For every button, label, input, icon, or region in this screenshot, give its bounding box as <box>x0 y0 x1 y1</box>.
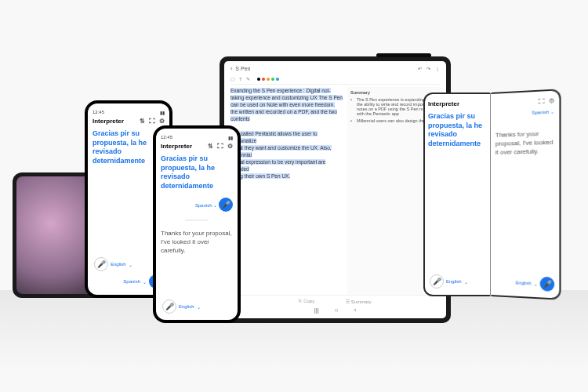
nav-back-icon[interactable]: ‹ <box>354 307 357 314</box>
original-text: Thanks for your proposal, I've looked it… <box>495 129 554 157</box>
language-selector-spanish[interactable]: Spanish ⌄ 🎤 <box>161 198 233 212</box>
language-selector-english[interactable]: 🎤 English⌄ <box>162 299 201 314</box>
fullscreen-icon[interactable]: ⛶ <box>539 98 545 106</box>
tool-text-icon[interactable]: T <box>239 77 242 82</box>
redo-icon[interactable]: ↷ <box>426 66 430 71</box>
note-content[interactable]: Exanding the S Pen experience : Digital … <box>230 87 343 295</box>
color-swatch[interactable] <box>276 78 279 81</box>
nav-home-icon[interactable]: ○ <box>335 307 339 314</box>
language-selector-english[interactable]: 🎤 English⌄ <box>430 274 468 289</box>
more-icon[interactable]: ⋮ <box>435 66 440 71</box>
color-swatch[interactable] <box>262 78 265 81</box>
swap-icon[interactable]: ⇅ <box>140 118 145 125</box>
swap-icon[interactable]: ⇅ <box>208 143 213 150</box>
settings-icon[interactable]: ⚙ <box>227 143 233 150</box>
mic-icon[interactable]: 🎤 <box>219 198 233 212</box>
tool-pen-icon[interactable]: ✎ <box>246 76 250 82</box>
language-selector-english[interactable]: 🎤 English⌄ <box>94 257 132 271</box>
settings-icon[interactable]: ⚙ <box>549 97 554 105</box>
app-title: Interpreter <box>93 118 124 125</box>
mic-icon[interactable]: 🎤 <box>430 274 444 289</box>
fold-phone-interpreter: Interpreter Gracias pir su propuesta, la… <box>423 93 561 296</box>
app-title: Interpreter <box>161 143 192 150</box>
note-title: ‹ S Pen <box>230 66 250 71</box>
app-title: Interpreter <box>428 100 487 107</box>
tab-summary[interactable]: ☰ Summary <box>346 299 371 304</box>
undo-icon[interactable]: ↶ <box>418 66 422 71</box>
status-bar: 12:45▮▮ <box>93 110 165 115</box>
mic-icon[interactable]: 🎤 <box>540 277 555 292</box>
language-selector-spanish[interactable]: Spanish ⌄ <box>495 108 554 116</box>
editor-toolbar[interactable]: ▢ T ✎ <box>230 74 440 85</box>
translated-text: Gracias pir su propuesta, la he revisado… <box>161 154 233 191</box>
mic-icon[interactable]: 🎤 <box>162 299 176 314</box>
translated-text: Gracias pir su propuesta, la he revisado… <box>428 112 487 149</box>
language-selector-english[interactable]: English⌄ 🎤 <box>516 275 554 292</box>
status-bar: 12:45▮▮ <box>161 135 233 140</box>
settings-icon[interactable]: ⚙ <box>159 118 165 125</box>
color-swatch[interactable] <box>267 78 270 81</box>
fullscreen-icon[interactable]: ⛶ <box>217 143 223 150</box>
color-swatch[interactable] <box>257 78 260 81</box>
fullscreen-icon[interactable]: ⛶ <box>149 118 155 125</box>
color-swatch[interactable] <box>271 78 274 81</box>
mic-icon[interactable]: 🎤 <box>94 257 108 271</box>
tablet-notes: ‹ S Pen ↶ ↷ ⋮ ▢ T ✎ Exanding the S Pen e… <box>220 56 451 323</box>
stylus-pen <box>376 53 431 57</box>
original-text: Thanks for your proposal, I've looked it… <box>161 229 233 256</box>
tool-select-icon[interactable]: ▢ <box>230 76 235 82</box>
phone-interpreter-full: 12:45▮▮ Interpreter ⇅ ⛶ ⚙ Gracias pir su… <box>153 125 241 323</box>
nav-recent-icon[interactable]: ||| <box>314 307 319 314</box>
tab-copy[interactable]: ⎘ Copy <box>299 299 314 304</box>
divider <box>185 220 209 221</box>
